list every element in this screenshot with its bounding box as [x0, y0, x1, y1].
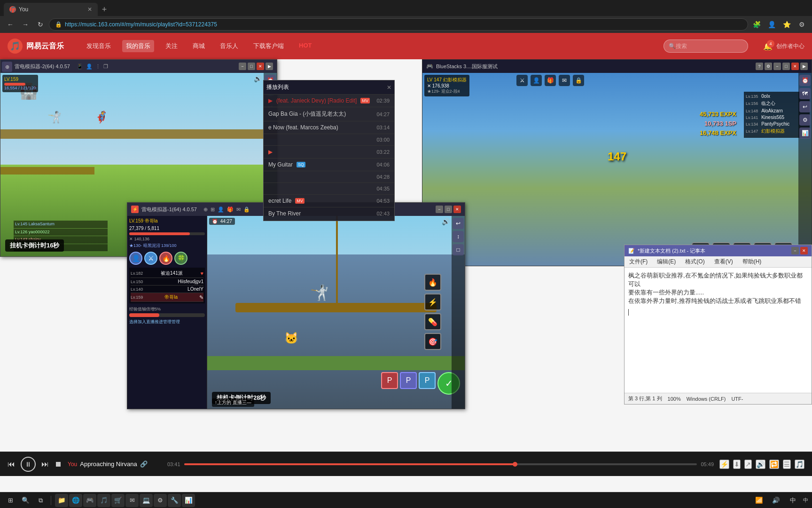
em2-item-3[interactable]: 💊 — [424, 313, 441, 330]
tab-close-button[interactable]: ✕ — [87, 6, 92, 13]
bluestacks-close[interactable]: ✕ — [791, 63, 799, 70]
browser-tab-active[interactable]: 🎵 You ✕ — [4, 3, 98, 16]
nav-shop[interactable]: 商城 — [189, 40, 209, 52]
bluestacks-maximize[interactable]: □ — [782, 63, 790, 70]
progress-bar[interactable] — [184, 463, 697, 465]
bs-side-btn-5[interactable]: 📊 — [799, 127, 811, 139]
taskbar-volume[interactable]: 🔊 — [769, 494, 782, 507]
playlist-item-7[interactable]: 04:28 — [264, 171, 394, 183]
nav-discover[interactable]: 发现音乐 — [83, 40, 115, 52]
start-button[interactable]: ⊞ — [4, 494, 17, 507]
em2-item-1[interactable]: 🔥 — [424, 274, 441, 291]
emulator-1-close[interactable]: ✕ — [257, 63, 264, 70]
notepad-menu-edit[interactable]: 编辑(E) — [654, 257, 679, 267]
prev-button[interactable]: ⏮ — [8, 460, 15, 468]
notepad-close[interactable]: ✕ — [800, 247, 808, 254]
taskbar-game[interactable]: 🎮 — [83, 494, 96, 507]
bluestacks-help[interactable]: ? — [756, 63, 763, 70]
volume-button[interactable]: 🔊 — [756, 460, 765, 469]
share-button[interactable]: ↗ — [744, 460, 752, 469]
bs-icon-3[interactable]: 🎁 — [545, 75, 556, 86]
em2-side-btn-3[interactable]: □ — [453, 244, 464, 255]
playlist-item-10[interactable]: By The River 02:43 — [264, 207, 394, 217]
download-button[interactable]: ⬇ — [733, 460, 741, 469]
em2-skill-btn-1[interactable]: P — [381, 372, 398, 389]
playlist-item-3[interactable]: e Now (feat. Marcos Zeeba) 03:14 — [264, 121, 394, 134]
taskbar-music[interactable]: 🎵 — [97, 494, 110, 507]
taskbar-browser[interactable]: 🌐 — [69, 494, 82, 507]
notepad-menu-file[interactable]: 文件(F) — [626, 257, 650, 267]
notepad-text-area[interactable]: 枫之谷萌新职业推荐,在不氪金的情况下,如果纯捡钱大多数职业都可以 要依靠有一些外… — [625, 268, 812, 393]
emulator-1-collapse[interactable]: ▶ — [265, 63, 273, 70]
forward-button[interactable]: → — [19, 18, 32, 31]
playlist-item-2[interactable]: Gap Ba Gia - (小值遥见老太太) 04:27 — [264, 107, 394, 121]
nav-follow[interactable]: 关注 — [162, 40, 181, 52]
taskbar-search[interactable]: 🔍 — [19, 494, 32, 507]
notepad-minimize[interactable]: − — [791, 247, 799, 254]
em2-volume-icon[interactable]: 🔊 — [442, 218, 450, 225]
playlist-item-5[interactable]: ▶ 03:22 — [264, 146, 394, 159]
notepad-menu-help[interactable]: 帮助(H) — [740, 257, 765, 267]
playlist-button[interactable]: ☰ — [783, 460, 791, 469]
em2-side-btn-2[interactable]: ↕ — [453, 231, 464, 242]
repeat-button[interactable]: 🔁 — [769, 460, 779, 469]
emulator-1-maximize[interactable]: □ — [248, 63, 255, 70]
taskbar-app-9[interactable]: 🔧 — [168, 494, 181, 507]
playlist-close[interactable]: ✕ — [387, 84, 391, 91]
taskbar-app-10[interactable]: 📊 — [182, 494, 195, 507]
bs-side-btn-4[interactable]: ⚙ — [799, 114, 811, 126]
bs-side-btn-1[interactable]: ⏰ — [799, 75, 811, 86]
nav-download[interactable]: 下载客户端 — [250, 40, 288, 52]
quality-button[interactable]: ⚡ — [719, 460, 729, 469]
taskbar-file-explorer[interactable]: 📁 — [55, 494, 68, 507]
bookmark-button[interactable]: ⭐ — [780, 18, 793, 31]
em2-skill-btn-3[interactable]: P — [419, 372, 436, 389]
playlist-item-9[interactable]: ecret Life MV 04:53 — [264, 195, 394, 207]
em2-item-2[interactable]: ⚡ — [424, 294, 441, 310]
nav-my-music[interactable]: 我的音乐 — [122, 40, 154, 52]
playlist-item-6[interactable]: My Guitar SQ 04:06 — [264, 159, 394, 171]
bs-icon-1[interactable]: ⚔ — [516, 75, 528, 86]
emulator-2-close[interactable]: ✕ — [453, 206, 461, 213]
taskbar-app-8[interactable]: ⚙ — [154, 494, 167, 507]
emulator-1-minimize[interactable]: − — [239, 63, 246, 70]
playlist-item-4[interactable]: 03:00 — [264, 134, 394, 146]
bs-icon-5[interactable]: 🔒 — [573, 75, 584, 86]
taskbar-input-method[interactable]: 中 — [786, 494, 799, 507]
taskbar-task-view[interactable]: ⧉ — [34, 494, 47, 507]
em2-skill-btn-2[interactable]: P — [400, 372, 417, 389]
bluestacks-collapse[interactable]: ▶ — [800, 63, 808, 70]
music-search-bar[interactable]: 🔍 搜索 — [664, 40, 748, 53]
bluestacks-minimize[interactable]: − — [773, 63, 781, 70]
extensions-button[interactable]: 🧩 — [750, 18, 763, 31]
bs-icon-2[interactable]: 👤 — [531, 75, 542, 86]
taskbar-network[interactable]: 📶 — [752, 494, 765, 507]
emulator-2-maximize[interactable]: □ — [445, 206, 452, 213]
taskbar-mail[interactable]: ✉ — [125, 494, 139, 507]
nav-musician[interactable]: 音乐人 — [216, 40, 242, 52]
pause-button[interactable]: ⏸ — [21, 457, 36, 472]
notepad-menu-format[interactable]: 格式(O) — [682, 257, 707, 267]
settings-button[interactable]: ⚙ — [795, 18, 808, 31]
em2-side-btn-1[interactable]: ↩ — [453, 218, 464, 229]
next-button[interactable]: ⏭ — [41, 460, 49, 468]
em1-volume-icon[interactable]: 🔊 — [254, 75, 262, 82]
stop-button[interactable]: ⏹ — [55, 460, 62, 468]
profile-button[interactable]: 👤 — [765, 18, 778, 31]
lyrics-button[interactable]: 🎵 — [795, 460, 804, 469]
emulator-2-minimize[interactable]: − — [436, 206, 443, 213]
refresh-button[interactable]: ↻ — [34, 18, 47, 31]
nav-hot[interactable]: HOT — [295, 40, 315, 52]
playlist-item-1[interactable]: ▶ (feat. Janieck Devy) [Radio Edit] MV 0… — [264, 95, 394, 107]
bs-side-btn-3[interactable]: ↩ — [799, 101, 811, 112]
bluestacks-settings[interactable]: ⚙ — [765, 63, 772, 70]
bs-side-btn-2[interactable]: 🗺 — [799, 88, 811, 99]
sidebar-icon-arrows[interactable]: ⊕ — [2, 62, 12, 72]
taskbar-app-7[interactable]: 💻 — [140, 494, 153, 507]
notepad-menu-view[interactable]: 查看(V) — [711, 257, 736, 267]
playlist-item-8[interactable]: 04:35 — [264, 183, 394, 195]
new-tab-button[interactable]: + — [98, 3, 111, 16]
taskbar-store[interactable]: 🛒 — [111, 494, 125, 507]
address-bar[interactable]: 🔒 https://music.163.com/#/my/m/music/pla… — [49, 18, 748, 31]
em2-item-4[interactable]: 🎯 — [424, 333, 441, 350]
